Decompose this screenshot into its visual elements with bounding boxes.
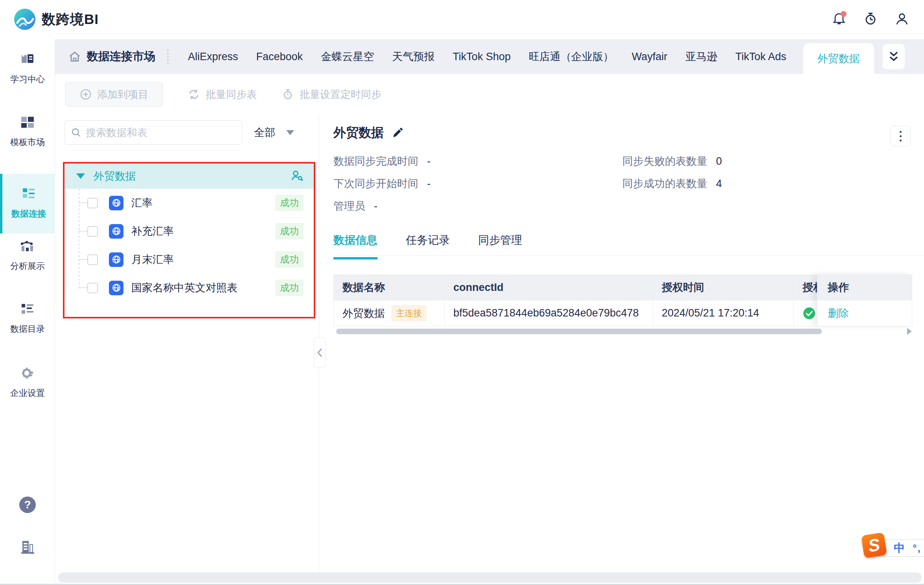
tab-tiktok-ads[interactable]: TikTok Ads [735, 51, 786, 63]
sidebar-item-label: 数据目录 [10, 323, 45, 335]
user-icon[interactable] [894, 11, 910, 27]
field-value: 4 [716, 178, 722, 190]
tree-root-label: 外贸数据 [94, 169, 136, 183]
sidebar-item-label: 数据连接 [11, 208, 46, 220]
page-horizontal-scrollbar[interactable] [58, 572, 922, 583]
status-badge: 成功 [275, 280, 304, 296]
tree-item-supplement-exchange-rate[interactable]: 补充汇率 成功 [64, 217, 314, 245]
tab-home-label: 数据连接市场 [87, 49, 155, 64]
organization-button[interactable] [0, 538, 55, 556]
sidebar-item-data-catalog[interactable]: 数据目录 [0, 301, 55, 335]
batch-schedule-button[interactable]: 批量设置定时同步 [282, 88, 381, 101]
table-globe-icon [109, 196, 123, 210]
scroll-right-arrow-icon[interactable] [907, 328, 912, 335]
sidebar-item-learning-center[interactable]: 学习中心 [0, 51, 55, 85]
tab-data-connection-market[interactable]: 数据连接市场 [68, 49, 155, 64]
tree-item-checkbox[interactable] [87, 254, 98, 265]
field-value: - [374, 200, 377, 212]
tab-wayfair[interactable]: Wayfair [632, 51, 668, 63]
connection-tabbar: 数据连接市场 AliExpress Facebook 金蝶云星空 天气预报 Ti… [55, 39, 924, 74]
book-icon [19, 51, 36, 68]
ime-punctuation-mode[interactable]: °, [913, 542, 921, 554]
tab-wangdiantong[interactable]: 旺店通（企业版） [529, 50, 614, 64]
sogou-logo-icon[interactable]: S [861, 532, 887, 558]
notification-bell-icon[interactable] [831, 11, 847, 27]
column-header-name: 数据名称 [334, 275, 445, 300]
gear-icon [19, 365, 36, 381]
delete-link[interactable]: 删除 [828, 306, 849, 320]
cell-connectid: bf5dea5871844eb69a5284e0e79bc478 [445, 300, 653, 326]
tree-connector-line [79, 287, 87, 288]
tree-item-label: 补充汇率 [131, 224, 174, 238]
add-to-project-button[interactable]: 添加到项目 [65, 82, 163, 107]
field-label: 同步成功的表数量 [622, 177, 707, 191]
status-badge: 成功 [275, 195, 304, 211]
help-button[interactable]: ? [0, 495, 55, 514]
field-value: - [427, 155, 431, 167]
tab-facebook[interactable]: Facebook [256, 51, 303, 63]
annotation-rect: 外贸数据 汇率 成功 [63, 162, 315, 318]
sidebar-item-label: 学习中心 [10, 74, 45, 85]
field-label: 数据同步完成时间 [333, 154, 418, 168]
tab-tiktok-shop[interactable]: TikTok Shop [453, 51, 511, 63]
main-connection-badge: 主连接 [391, 305, 427, 322]
svg-text:?: ? [24, 499, 31, 511]
search-input[interactable] [86, 127, 236, 139]
data-connection-icon [20, 186, 37, 202]
status-badge: 成功 [275, 223, 304, 239]
column-header-auth-time: 授权时间 [653, 275, 794, 300]
tree-connector-line [79, 202, 87, 203]
tabs-expand-button[interactable] [883, 44, 905, 69]
batch-sync-button[interactable]: 批量同步表 [188, 88, 257, 101]
home-icon [68, 50, 81, 63]
connection-list-panel: 全部 外贸数据 汇率 [55, 115, 319, 572]
batch-schedule-label: 批量设置定时同步 [300, 88, 381, 101]
sidebar-item-data-connection[interactable]: 数据连接 [0, 174, 55, 234]
tabs-divider [333, 255, 924, 256]
tree-item-checkbox[interactable] [87, 198, 98, 208]
filter-value: 全部 [254, 125, 275, 140]
sidebar-item-enterprise-settings[interactable]: 企业设置 [0, 365, 55, 399]
tab-amazon[interactable]: 亚马逊 [685, 50, 717, 64]
brand-title: 数跨境BI [42, 10, 99, 29]
column-header-connectid: connectId [445, 275, 653, 300]
authorization-key-icon[interactable] [290, 169, 304, 183]
tree-collapse-caret-icon[interactable] [76, 173, 85, 179]
status-badge: 成功 [275, 251, 304, 268]
tree-item-month-end-exchange-rate[interactable]: 月末汇率 成功 [64, 245, 314, 274]
tree-item-exchange-rate[interactable]: 汇率 成功 [64, 189, 314, 217]
tree-item-country-name-table[interactable]: 国家名称中英文对照表 成功 [64, 274, 314, 302]
tree-item-label: 汇率 [131, 196, 153, 210]
batch-toolbar: 添加到项目 批量同步表 批量设置定时同步 [55, 74, 924, 115]
chevron-down-icon [286, 130, 294, 135]
panel-collapse-handle[interactable] [314, 337, 326, 368]
sidebar-item-label: 企业设置 [10, 387, 45, 399]
batch-sync-label: 批量同步表 [206, 88, 257, 101]
more-actions-button[interactable] [890, 126, 911, 146]
add-to-project-label: 添加到项目 [97, 88, 148, 101]
sidebar-item-template-market[interactable]: 模板市场 [0, 114, 55, 148]
tree-item-label: 国家名称中英文对照表 [131, 281, 237, 295]
ime-language-mode[interactable]: 中 [894, 541, 905, 556]
tab-aliexpress[interactable]: AliExpress [188, 51, 238, 63]
success-check-icon [803, 307, 816, 320]
tab-kingdee[interactable]: 金蝶云星空 [321, 50, 374, 64]
sidebar-item-analysis[interactable]: 分析展示 [0, 238, 55, 272]
content-area: 全部 外贸数据 汇率 [55, 115, 924, 572]
column-header-action: 操作 [817, 274, 912, 300]
tree-item-checkbox[interactable] [87, 226, 98, 237]
tree-connector-line [79, 231, 87, 232]
table-horizontal-scrollbar[interactable] [336, 329, 822, 334]
tab-foreign-trade-data-active[interactable]: 外贸数据 [803, 43, 874, 74]
timer-icon[interactable] [863, 11, 878, 27]
cell-auth-time: 2024/05/21 17:20:14 [653, 300, 794, 326]
edit-pencil-icon[interactable] [392, 127, 403, 139]
tree-item-checkbox[interactable] [87, 283, 98, 293]
filter-select[interactable]: 全部 [254, 125, 294, 140]
cell-action: 删除 [817, 300, 912, 326]
sidebar-item-label: 模板市场 [10, 136, 45, 148]
tree-root-foreign-trade-data[interactable]: 外贸数据 [64, 164, 314, 189]
chart-icon [19, 238, 36, 254]
tab-weather[interactable]: 天气预报 [392, 50, 434, 64]
connection-name: 外贸数据 [342, 306, 385, 320]
